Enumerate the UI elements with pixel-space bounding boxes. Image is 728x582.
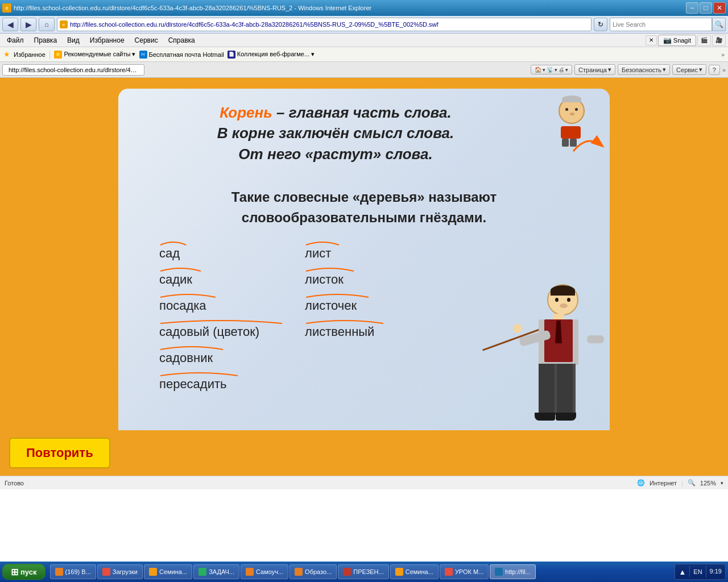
taskbar-icon-1	[102, 568, 110, 576]
word-text-right-2: листочек	[305, 298, 357, 313]
menu-favorites[interactable]: Избранное	[85, 35, 129, 45]
fav-recommended-sites[interactable]: 🌟 Рекомендуемые сайты ▾	[54, 51, 135, 59]
address-bar-area: ◀ ▶ ⌂ e http://files.school-collection.e…	[0, 16, 728, 34]
refresh-button[interactable]: ↻	[594, 18, 607, 31]
page-menu-button[interactable]: Страница ▾	[574, 64, 615, 75]
rss-dropdown-arrow: ▾	[555, 67, 557, 73]
url-tab-right-controls: 🏠 ▾ 📡 ▾ 🖨 ▾ Страница ▾ Безопасность ▾ Се…	[531, 64, 726, 75]
service-dropdown-arrow: ▾	[699, 66, 702, 73]
word-text-left-4: садовник	[159, 351, 213, 365]
header-line2: В корне заключён смысл слова.	[136, 123, 535, 143]
service-menu-button[interactable]: Сервис ▾	[672, 64, 706, 75]
taskbar-item-5[interactable]: Образо...	[289, 564, 337, 579]
windows-logo: ⊞	[11, 567, 18, 577]
address-box[interactable]: e http://files.school-collection.edu.ru/…	[57, 18, 592, 31]
status-text: Готово	[5, 480, 24, 487]
taskbar-item-1[interactable]: Загрузки	[97, 564, 143, 579]
menu-service[interactable]: Сервис	[130, 35, 163, 45]
separator: |	[681, 480, 683, 487]
minimize-button[interactable]: −	[686, 2, 698, 14]
favorites-star-icon: ★	[3, 50, 10, 59]
taskbar-item-9[interactable]: http://fil...	[490, 564, 536, 579]
home-button[interactable]: ⌂	[39, 18, 55, 31]
taskbar-label-0: (169) В...	[65, 568, 91, 575]
taskbar-item-8[interactable]: УРОК М...	[440, 564, 489, 579]
word-text-right-0: лист	[305, 246, 331, 260]
menu-edit[interactable]: Правка	[30, 35, 62, 45]
search-input[interactable]	[610, 18, 712, 31]
title-bar: e http://files.school-collection.edu.ru/…	[0, 0, 728, 16]
search-go-button[interactable]: 🔍	[712, 18, 726, 31]
menu-bar: Файл Правка Вид Избранное Сервис Справка…	[0, 34, 728, 47]
header-line3: От него «растут» слова.	[136, 144, 535, 164]
word-item-right-1: листок	[305, 265, 374, 287]
repeat-button[interactable]: Повторить	[9, 438, 110, 468]
tray-time-value: 9:19	[710, 568, 722, 575]
maximize-button[interactable]: □	[700, 2, 712, 14]
word-text-left-1: садик	[159, 272, 192, 286]
snagit-tab[interactable]: 📷 Snagit	[658, 35, 696, 46]
snagit-extra-btn1[interactable]: 🎬	[697, 35, 711, 46]
word-text-left-0: сад	[159, 246, 180, 260]
tray-up-arrow-icon[interactable]: ▲	[679, 568, 686, 576]
menu-file[interactable]: Файл	[2, 35, 28, 45]
address-text: http://files.school-collection.edu.ru/dl…	[70, 21, 439, 28]
taskbar-icon-0	[55, 568, 63, 576]
taskbar-icon-8	[445, 568, 453, 576]
taskbar-item-3[interactable]: ЗАДАЧ...	[193, 564, 239, 579]
close-tab-x[interactable]: ✕	[646, 35, 657, 45]
start-button[interactable]: ⊞ пуск	[2, 564, 46, 580]
hotmail-icon: H	[139, 51, 147, 59]
taskbar-item-6[interactable]: ПРЕЗЕН...	[338, 564, 388, 579]
menu-help[interactable]: Справка	[164, 35, 200, 45]
fav-separator1: |	[49, 50, 51, 59]
fav-collection[interactable]: 📄 Коллекция веб-фрагме... ▾	[228, 51, 315, 59]
taskbar-item-4[interactable]: Самоуч...	[241, 564, 288, 579]
browser-icon: e	[2, 3, 11, 13]
taskbar-label-6: ПРЕЗЕН...	[353, 568, 383, 575]
menu-view[interactable]: Вид	[63, 35, 84, 45]
taskbar-label-4: Самоуч...	[256, 568, 283, 575]
tray-separator2	[706, 566, 706, 577]
taskbar-item-7[interactable]: Семина...	[390, 564, 439, 579]
taskbar-icon-3	[198, 568, 206, 576]
taskbar-label-9: http://fil...	[505, 568, 531, 575]
internet-icon: 🌐	[637, 479, 645, 487]
window-title: http://files.school-collection.edu.ru/dl…	[14, 5, 371, 11]
forward-button[interactable]: ▶	[20, 18, 36, 31]
word-item-right-0: лист	[305, 239, 374, 261]
zoom-dropdown-arrow[interactable]: ▾	[721, 480, 723, 486]
taskbar-label-5: Образо...	[305, 568, 332, 575]
koren-word: Корень	[220, 104, 272, 121]
status-left: Готово	[5, 480, 24, 487]
fav-hotmail[interactable]: H Бесплатная почта Hotmail	[139, 51, 224, 59]
security-dropdown-arrow: ▾	[663, 66, 666, 73]
help-menu-button[interactable]: ?	[709, 65, 720, 75]
window-controls: − □ ✕	[686, 2, 726, 14]
close-button[interactable]: ✕	[713, 2, 726, 14]
taskbar-item-2[interactable]: Семина...	[144, 564, 192, 579]
middle-line2: словообразовательными гнёздами.	[136, 207, 592, 228]
snagit-extra-btn2[interactable]: 🎥	[712, 35, 726, 46]
word-item-left-0: сад	[159, 239, 259, 261]
taskbar-item-0[interactable]: (169) В...	[50, 564, 96, 579]
home-dropdown-arrow: ▾	[543, 67, 545, 73]
active-url-tab[interactable]: http://files.school-collection.edu.ru/dl…	[2, 64, 144, 76]
toolbar-end: »	[722, 66, 726, 73]
security-menu-button[interactable]: Безопасность ▾	[618, 64, 670, 75]
word-list-left: садсадикпосадкасадовый (цветок)садовникп…	[159, 239, 259, 392]
title-bar-left: e http://files.school-collection.edu.ru/…	[2, 3, 371, 13]
back-button[interactable]: ◀	[2, 18, 18, 31]
word-list-right: листлистоклисточеклиственный	[305, 239, 374, 392]
word-item-left-5: пересадить	[159, 370, 259, 392]
word-item-right-2: листочек	[305, 292, 374, 313]
tray-separator	[689, 566, 690, 577]
taskbar-icon-2	[149, 568, 157, 576]
header-line1: Корень – главная часть слова.	[136, 102, 535, 123]
url-tab-bar: http://files.school-collection.edu.ru/dl…	[0, 62, 728, 78]
page-favicon: e	[60, 20, 68, 28]
collection-icon: 📄	[228, 51, 235, 59]
add-tab-button[interactable]: 🏠 ▾ 📡 ▾ 🖨 ▾	[531, 65, 572, 74]
taskbar-icon-7	[395, 568, 403, 576]
favorites-label[interactable]: Избранное	[14, 51, 46, 58]
